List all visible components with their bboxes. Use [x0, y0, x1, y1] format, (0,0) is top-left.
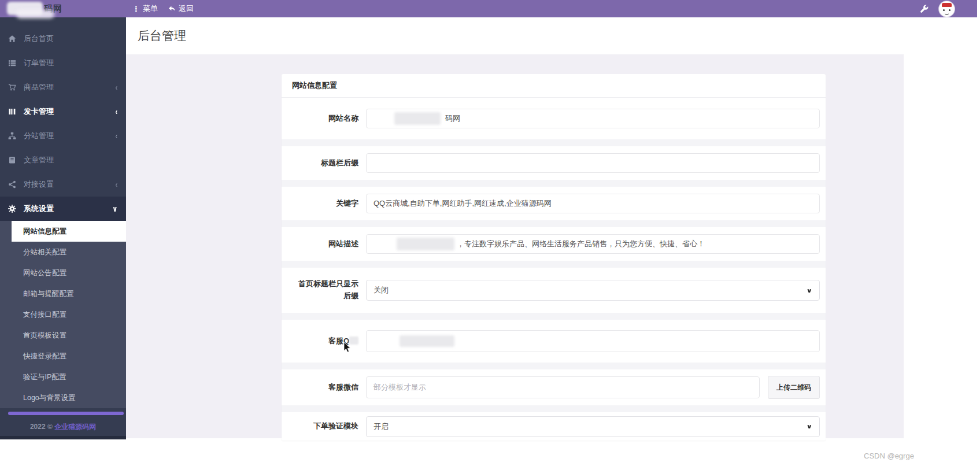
- avatar[interactable]: [939, 1, 955, 17]
- chevron-down-icon: ∨: [806, 423, 812, 430]
- form-row-site-name: 网站名称 码网: [282, 98, 826, 139]
- chevron-down-icon: ∨: [806, 287, 812, 293]
- footer-brand-link[interactable]: 企业猫源码网: [54, 423, 96, 431]
- site-name-label: 网站名称: [286, 98, 358, 139]
- service-wechat-input[interactable]: 部分模板才显示: [366, 376, 760, 398]
- upload-qrcode-button[interactable]: 上传二维码: [768, 376, 820, 399]
- description-label: 网站描述: [286, 227, 358, 261]
- share-icon: [8, 180, 17, 188]
- site-info-card: 网站信息配置 网站名称 码网 标题栏后缀: [282, 74, 826, 441]
- censored-blur: [400, 335, 454, 347]
- site-name-input[interactable]: 码网: [366, 109, 820, 128]
- input-placeholder: 部分模板才显示: [373, 382, 426, 393]
- topbar-actions: [919, 0, 955, 17]
- sidebar-nav: 后台首页 订单管理 商品管理 ‹ 发卡管理: [0, 17, 126, 408]
- submenu-item-home-template[interactable]: 首页模板设置: [0, 325, 126, 346]
- submenu-item-quick-login[interactable]: 快捷登录配置: [0, 346, 126, 367]
- content-area: 网站信息配置 网站名称 码网 标题栏后缀: [126, 54, 904, 438]
- site-logo[interactable]: 码网: [0, 0, 126, 17]
- page-title: 后台管理: [138, 28, 904, 44]
- sidebar-scrollbar[interactable]: [8, 412, 124, 415]
- form-row-keywords: 关键字 QQ云商城,自助下单,网红助手,网红速成,企业猫源码网: [282, 187, 826, 220]
- chevron-down-icon: ∨: [112, 204, 117, 213]
- censored-blur: [397, 238, 454, 250]
- keywords-input[interactable]: QQ云商城,自助下单,网红助手,网红速成,企业猫源码网: [366, 194, 820, 213]
- site-info-form: 网站名称 码网 标题栏后缀: [282, 98, 826, 441]
- sidebar-item-articles[interactable]: 文章管理: [0, 148, 126, 172]
- menu-icon: ⋮: [132, 5, 140, 13]
- mouse-cursor: [343, 342, 351, 353]
- chevron-left-icon: ‹: [116, 83, 118, 92]
- form-row-service-qq: 客服Q: [282, 320, 826, 363]
- cart-icon: [8, 83, 17, 91]
- title-suffix-only-label: 首页标题栏只显示 后缀: [286, 268, 358, 313]
- title-suffix-input[interactable]: [366, 153, 820, 173]
- back-label: 返回: [179, 3, 194, 14]
- barcode-icon: [8, 108, 17, 116]
- sidebar-item-cards[interactable]: 发卡管理 ‹: [0, 99, 126, 124]
- chevron-left-icon: ‹: [116, 180, 118, 189]
- back-button[interactable]: 返回: [168, 0, 194, 17]
- submenu-item-substation-config[interactable]: 分站相关配置: [0, 242, 126, 262]
- form-row-title-suffix-only: 首页标题栏只显示 后缀 关闭 ∨: [282, 268, 826, 313]
- sidebar-footer: 2022 © 企业猫源码网: [0, 422, 126, 432]
- back-arrow-icon: [168, 5, 176, 13]
- form-row-service-wechat: 客服微信 部分模板才显示 上传二维码: [282, 369, 826, 405]
- form-row-title-suffix: 标题栏后缀: [282, 146, 826, 180]
- submenu-item-site-info[interactable]: 网站信息配置: [12, 221, 126, 242]
- watermark: CSDN @egrge: [864, 452, 914, 460]
- censored-blur: [16, 10, 54, 19]
- service-wechat-label: 客服微信: [286, 369, 358, 405]
- topbar: 码网 ⋮ 菜单 返回: [0, 0, 977, 17]
- submenu-item-announcement-config[interactable]: 网站公告配置: [0, 262, 126, 283]
- sidebar-item-docking[interactable]: 对接设置 ‹: [0, 172, 126, 197]
- form-row-order-verify: 下单验证模块 开启 ∨: [282, 412, 826, 441]
- admin-window: 码网 ⋮ 菜单 返回: [0, 0, 980, 466]
- chevron-left-icon: ‹: [116, 131, 118, 140]
- avatar-hat: [942, 3, 952, 7]
- keywords-label: 关键字: [286, 187, 358, 220]
- order-verify-label: 下单验证模块: [286, 412, 358, 441]
- service-qq-input[interactable]: [366, 330, 820, 352]
- menu-label: 菜单: [143, 3, 158, 14]
- chevron-left-icon: ‹: [116, 107, 118, 116]
- sidebar-item-products[interactable]: 商品管理 ‹: [0, 75, 126, 99]
- order-verify-select[interactable]: 开启 ∨: [366, 416, 820, 437]
- title-suffix-only-select[interactable]: 关闭 ∨: [366, 280, 820, 301]
- system-settings-submenu: 网站信息配置 分站相关配置 网站公告配置 邮箱与提醒配置 支付接口配置 首页模板…: [0, 221, 126, 408]
- card-title: 网站信息配置: [282, 74, 826, 98]
- submenu-item-payment-config[interactable]: 支付接口配置: [0, 304, 126, 325]
- submenu-item-email-config[interactable]: 邮箱与提醒配置: [0, 283, 126, 304]
- sidebar: 后台首页 订单管理 商品管理 ‹ 发卡管理: [0, 17, 126, 439]
- censored-blur: [394, 112, 441, 125]
- description-input[interactable]: ，专注数字娱乐产品、网络生活服务产品销售，只为您方便、快捷、省心！: [366, 234, 820, 254]
- sidebar-bottom-edge: [0, 436, 126, 439]
- list-icon: [8, 59, 17, 67]
- sidebar-item-substations[interactable]: 分站管理 ‹: [0, 124, 126, 148]
- title-suffix-label: 标题栏后缀: [286, 146, 358, 180]
- menu-toggle-button[interactable]: ⋮ 菜单: [132, 0, 158, 17]
- form-row-description: 网站描述 ，专注数字娱乐产品、网络生活服务产品销售，只为您方便、快捷、省心！: [282, 227, 826, 261]
- page-header: 后台管理: [126, 17, 904, 54]
- sitemap-icon: [8, 132, 17, 140]
- service-qq-label: 客服Q: [286, 320, 358, 363]
- sidebar-item-orders[interactable]: 订单管理: [0, 51, 126, 75]
- sidebar-item-system-settings[interactable]: 系统设置 ∨: [0, 197, 126, 221]
- submenu-item-verify-ip[interactable]: 验证与IP配置: [0, 367, 126, 387]
- home-icon: [8, 35, 17, 43]
- book-icon: [8, 156, 17, 164]
- sidebar-item-dashboard[interactable]: 后台首页: [0, 27, 126, 51]
- gear-icon: [8, 205, 17, 213]
- submenu-item-logo-background[interactable]: Logo与背景设置: [0, 387, 126, 408]
- wrench-icon[interactable]: [919, 4, 929, 13]
